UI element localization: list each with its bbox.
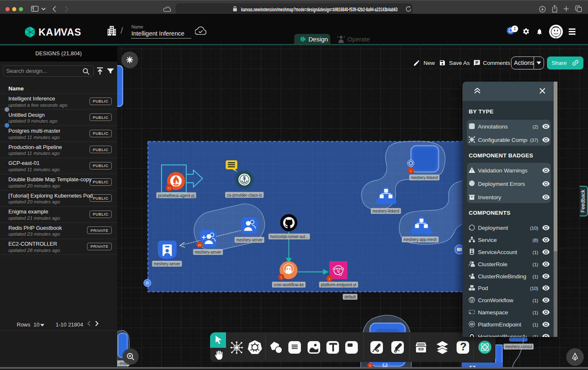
svg-text:kanvas.new/extension/meshmap?m: kanvas.new/extension/meshmap?mode=design… bbox=[241, 7, 398, 13]
